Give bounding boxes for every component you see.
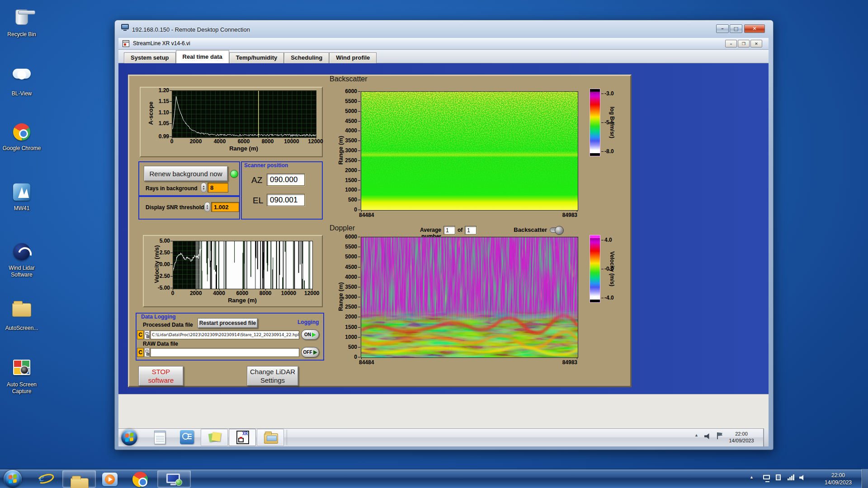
snr-threshold-label: Display SNR threshold xyxy=(146,204,204,211)
windows-media-player-icon[interactable] xyxy=(102,473,118,486)
stop-line1: STOP xyxy=(152,367,170,376)
backscatter-y-tick-mark xyxy=(358,150,360,151)
raw-path-type-icon[interactable] xyxy=(144,348,150,357)
taskbar-button-remote-desktop[interactable] xyxy=(157,470,191,488)
backscatter-colorbar xyxy=(590,89,600,156)
notepad-icon[interactable] xyxy=(154,431,165,444)
hidden-icons-arrow[interactable]: ▲ xyxy=(750,475,754,479)
session-taskbar-button-explorer[interactable] xyxy=(257,429,284,446)
snr-spinner[interactable]: ▲▼ xyxy=(204,202,210,212)
rays-spinner[interactable]: ▲▼ xyxy=(201,183,207,192)
el-value-field[interactable]: 090.001 xyxy=(267,194,305,206)
tray-display-icon[interactable] xyxy=(763,475,770,479)
renew-background-button[interactable]: Renew background now xyxy=(144,166,228,181)
backscatter-heatmap[interactable] xyxy=(361,91,578,211)
doppler-heatmap[interactable] xyxy=(361,237,578,358)
backscatter-y-tick-mark xyxy=(358,190,360,190)
velocity-x-tick: 8000 xyxy=(255,290,275,296)
rays-value-field[interactable]: 8 xyxy=(208,183,228,192)
doppler-y-tick-mark xyxy=(358,327,360,328)
scanner-position-title: Scanner position xyxy=(244,162,298,169)
stop-software-button[interactable]: STOPsoftware xyxy=(138,366,184,386)
ascope-y-tick: 1.05 xyxy=(153,120,169,127)
renew-background-led xyxy=(230,170,238,178)
velocity-x-axis-label: Range (m) xyxy=(220,297,265,304)
tab-real-time-data[interactable]: Real time data xyxy=(176,50,229,63)
scanner-position-box xyxy=(241,161,323,220)
backscatter-y-tick: 500 xyxy=(335,197,357,203)
processed-data-file-label: Processed Data file xyxy=(143,322,206,328)
start-button[interactable] xyxy=(4,470,22,488)
doppler-y-tick-mark xyxy=(358,307,360,307)
internet-explorer-icon[interactable]: e xyxy=(39,470,44,484)
logging-label: Logging xyxy=(297,319,325,325)
change-line1: Change LiDAR xyxy=(250,367,295,376)
doppler-x-right-label: 84983 xyxy=(554,359,577,366)
doppler-y-tick: 4500 xyxy=(335,264,357,270)
raw-logging-off-button[interactable]: OFF xyxy=(301,347,319,357)
taskbar-button-explorer[interactable] xyxy=(62,470,96,488)
velocity-x-tick: 2000 xyxy=(186,290,206,296)
raw-drive-box[interactable]: C xyxy=(137,348,144,357)
doppler-colorbar-label: Velocity (m/s) xyxy=(609,243,615,295)
panel-content: A-scope1.201.151.101.050.990200040006000… xyxy=(0,0,868,488)
doppler-y-tick: 1500 xyxy=(335,324,357,330)
velocity-x-tick: 0 xyxy=(163,290,183,296)
processed-drive-box[interactable]: C xyxy=(137,330,144,339)
ascope-plot[interactable] xyxy=(172,90,316,138)
data-logging-title: Data Logging xyxy=(141,314,191,320)
backscatter-y-tick: 1000 xyxy=(335,187,357,193)
backscatter-toggle[interactable] xyxy=(550,227,563,233)
tray-document-icon[interactable] xyxy=(776,474,781,480)
host-clock[interactable]: 22:0014/09/2023 xyxy=(816,472,860,486)
doppler-colorbar-tick-mark xyxy=(601,298,604,298)
backscatter-y-tick-mark xyxy=(358,121,360,122)
on-label: ON xyxy=(304,332,311,337)
session-taskbar-button-streamline-xr[interactable]: XR xyxy=(229,429,256,446)
session-hidden-icons-arrow[interactable]: ▲ xyxy=(694,433,698,437)
session-show-desktop-button[interactable] xyxy=(763,428,769,446)
restart-processed-file-button[interactable]: Restart processed file xyxy=(198,318,258,328)
doppler-y-tick: 0 xyxy=(335,354,357,360)
doppler-title: Doppler xyxy=(330,224,355,232)
ascope-x-tick: 2000 xyxy=(186,138,206,145)
tray-volume-icon[interactable] xyxy=(799,475,805,480)
doppler-colorbar-tick-mark xyxy=(601,269,604,269)
session-clock[interactable]: 22:0014/09/2023 xyxy=(724,431,759,444)
off-label: OFF xyxy=(303,350,312,355)
of-total-field[interactable]: 1 xyxy=(465,226,476,235)
sticky-notes-icon xyxy=(209,432,221,444)
session-start-button[interactable] xyxy=(121,429,137,446)
az-label: AZ xyxy=(251,175,262,185)
ascope-x-tick: 6000 xyxy=(234,138,254,145)
show-desktop-button[interactable] xyxy=(862,469,868,488)
stop-line2: software xyxy=(148,376,174,385)
doppler-colorbar-tick: 4.0 xyxy=(604,237,623,243)
average-number-field[interactable]: 1 xyxy=(443,226,455,235)
doppler-y-tick: 1000 xyxy=(335,334,357,340)
session-action-center-icon[interactable] xyxy=(717,432,723,439)
backscatter-title: Backscatter xyxy=(330,75,368,83)
ascope-x-tick: 0 xyxy=(162,138,182,145)
backscatter-colorbar-tick-mark xyxy=(601,151,604,152)
processed-logging-on-button[interactable]: ON xyxy=(301,329,319,340)
raw-path-input[interactable] xyxy=(150,348,299,357)
velocity-x-tick: 12000 xyxy=(302,290,322,296)
az-value-field[interactable]: 090.000 xyxy=(267,174,305,186)
processed-path-type-icon[interactable] xyxy=(144,330,150,339)
session-taskbar-button-sticky-notes[interactable] xyxy=(201,429,228,446)
change-line2: Settings xyxy=(260,376,285,385)
backscatter-y-axis-label: Range (m) xyxy=(337,131,344,169)
backscatter-y-tick-mark xyxy=(358,111,360,112)
snr-value-field[interactable]: 1.002 xyxy=(211,202,239,212)
backscatter-y-tick: 0 xyxy=(335,206,357,213)
tray-network-icon[interactable] xyxy=(788,474,795,480)
chrome-taskbar-icon[interactable] xyxy=(132,472,148,487)
doppler-y-tick: 6000 xyxy=(335,234,357,240)
backscatter-y-tick: 1500 xyxy=(335,177,357,183)
ascope-x-tick: 4000 xyxy=(210,138,230,145)
control-panel-icon[interactable] xyxy=(180,430,194,444)
processed-path-input[interactable]: C:\Lidar\Data\Proc\2023\202309\20230914\… xyxy=(150,330,299,339)
change-lidar-settings-button[interactable]: Change LiDARSettings xyxy=(247,366,298,386)
velocity-plot[interactable] xyxy=(173,241,313,289)
